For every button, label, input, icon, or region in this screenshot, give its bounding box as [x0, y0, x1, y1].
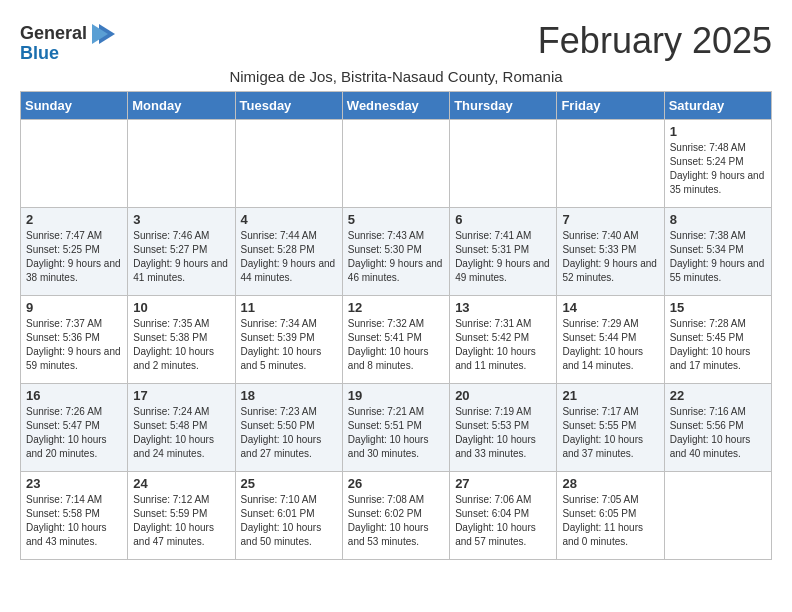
- day-number: 18: [241, 388, 337, 403]
- day-number: 22: [670, 388, 766, 403]
- day-info: Sunrise: 7:14 AM Sunset: 5:58 PM Dayligh…: [26, 493, 122, 549]
- calendar-cell: 8Sunrise: 7:38 AM Sunset: 5:34 PM Daylig…: [664, 207, 771, 295]
- calendar-cell: 13Sunrise: 7:31 AM Sunset: 5:42 PM Dayli…: [450, 295, 557, 383]
- day-info: Sunrise: 7:32 AM Sunset: 5:41 PM Dayligh…: [348, 317, 444, 373]
- day-number: 19: [348, 388, 444, 403]
- day-info: Sunrise: 7:43 AM Sunset: 5:30 PM Dayligh…: [348, 229, 444, 285]
- day-info: Sunrise: 7:23 AM Sunset: 5:50 PM Dayligh…: [241, 405, 337, 461]
- weekday-header-sunday: Sunday: [21, 91, 128, 119]
- day-number: 14: [562, 300, 658, 315]
- day-info: Sunrise: 7:08 AM Sunset: 6:02 PM Dayligh…: [348, 493, 444, 549]
- calendar-cell: 9Sunrise: 7:37 AM Sunset: 5:36 PM Daylig…: [21, 295, 128, 383]
- calendar-cell: 6Sunrise: 7:41 AM Sunset: 5:31 PM Daylig…: [450, 207, 557, 295]
- calendar-cell: 20Sunrise: 7:19 AM Sunset: 5:53 PM Dayli…: [450, 383, 557, 471]
- calendar-week-row: 1Sunrise: 7:48 AM Sunset: 5:24 PM Daylig…: [21, 119, 772, 207]
- calendar-cell: [21, 119, 128, 207]
- day-number: 10: [133, 300, 229, 315]
- day-info: Sunrise: 7:21 AM Sunset: 5:51 PM Dayligh…: [348, 405, 444, 461]
- calendar-cell: 19Sunrise: 7:21 AM Sunset: 5:51 PM Dayli…: [342, 383, 449, 471]
- day-number: 13: [455, 300, 551, 315]
- day-number: 25: [241, 476, 337, 491]
- calendar-cell: 3Sunrise: 7:46 AM Sunset: 5:27 PM Daylig…: [128, 207, 235, 295]
- weekday-header-thursday: Thursday: [450, 91, 557, 119]
- calendar-week-row: 16Sunrise: 7:26 AM Sunset: 5:47 PM Dayli…: [21, 383, 772, 471]
- day-info: Sunrise: 7:12 AM Sunset: 5:59 PM Dayligh…: [133, 493, 229, 549]
- day-number: 21: [562, 388, 658, 403]
- day-number: 7: [562, 212, 658, 227]
- day-number: 9: [26, 300, 122, 315]
- calendar-cell: 5Sunrise: 7:43 AM Sunset: 5:30 PM Daylig…: [342, 207, 449, 295]
- calendar-cell: 23Sunrise: 7:14 AM Sunset: 5:58 PM Dayli…: [21, 471, 128, 559]
- day-number: 5: [348, 212, 444, 227]
- calendar-cell: 15Sunrise: 7:28 AM Sunset: 5:45 PM Dayli…: [664, 295, 771, 383]
- day-number: 28: [562, 476, 658, 491]
- day-number: 20: [455, 388, 551, 403]
- weekday-header-row: SundayMondayTuesdayWednesdayThursdayFrid…: [21, 91, 772, 119]
- calendar-table: SundayMondayTuesdayWednesdayThursdayFrid…: [20, 91, 772, 560]
- day-number: 23: [26, 476, 122, 491]
- weekday-header-saturday: Saturday: [664, 91, 771, 119]
- day-info: Sunrise: 7:40 AM Sunset: 5:33 PM Dayligh…: [562, 229, 658, 285]
- day-number: 2: [26, 212, 122, 227]
- location-title: Nimigea de Jos, Bistrita-Nasaud County, …: [20, 68, 772, 85]
- calendar-cell: 10Sunrise: 7:35 AM Sunset: 5:38 PM Dayli…: [128, 295, 235, 383]
- day-info: Sunrise: 7:46 AM Sunset: 5:27 PM Dayligh…: [133, 229, 229, 285]
- day-info: Sunrise: 7:41 AM Sunset: 5:31 PM Dayligh…: [455, 229, 551, 285]
- day-number: 1: [670, 124, 766, 139]
- calendar-cell: 22Sunrise: 7:16 AM Sunset: 5:56 PM Dayli…: [664, 383, 771, 471]
- day-number: 26: [348, 476, 444, 491]
- calendar-cell: 26Sunrise: 7:08 AM Sunset: 6:02 PM Dayli…: [342, 471, 449, 559]
- calendar-cell: 17Sunrise: 7:24 AM Sunset: 5:48 PM Dayli…: [128, 383, 235, 471]
- calendar-cell: [235, 119, 342, 207]
- weekday-header-friday: Friday: [557, 91, 664, 119]
- calendar-cell: [450, 119, 557, 207]
- day-info: Sunrise: 7:47 AM Sunset: 5:25 PM Dayligh…: [26, 229, 122, 285]
- day-info: Sunrise: 7:31 AM Sunset: 5:42 PM Dayligh…: [455, 317, 551, 373]
- calendar-week-row: 2Sunrise: 7:47 AM Sunset: 5:25 PM Daylig…: [21, 207, 772, 295]
- calendar-cell: 27Sunrise: 7:06 AM Sunset: 6:04 PM Dayli…: [450, 471, 557, 559]
- day-info: Sunrise: 7:06 AM Sunset: 6:04 PM Dayligh…: [455, 493, 551, 549]
- day-number: 6: [455, 212, 551, 227]
- calendar-cell: 11Sunrise: 7:34 AM Sunset: 5:39 PM Dayli…: [235, 295, 342, 383]
- calendar-week-row: 9Sunrise: 7:37 AM Sunset: 5:36 PM Daylig…: [21, 295, 772, 383]
- day-info: Sunrise: 7:10 AM Sunset: 6:01 PM Dayligh…: [241, 493, 337, 549]
- calendar-cell: [664, 471, 771, 559]
- day-number: 27: [455, 476, 551, 491]
- calendar-cell: 1Sunrise: 7:48 AM Sunset: 5:24 PM Daylig…: [664, 119, 771, 207]
- calendar-cell: 2Sunrise: 7:47 AM Sunset: 5:25 PM Daylig…: [21, 207, 128, 295]
- day-number: 17: [133, 388, 229, 403]
- calendar-cell: 16Sunrise: 7:26 AM Sunset: 5:47 PM Dayli…: [21, 383, 128, 471]
- day-number: 15: [670, 300, 766, 315]
- calendar-cell: 7Sunrise: 7:40 AM Sunset: 5:33 PM Daylig…: [557, 207, 664, 295]
- day-number: 16: [26, 388, 122, 403]
- day-info: Sunrise: 7:29 AM Sunset: 5:44 PM Dayligh…: [562, 317, 658, 373]
- logo: General Blue: [20, 20, 117, 64]
- day-info: Sunrise: 7:48 AM Sunset: 5:24 PM Dayligh…: [670, 141, 766, 197]
- day-info: Sunrise: 7:24 AM Sunset: 5:48 PM Dayligh…: [133, 405, 229, 461]
- day-info: Sunrise: 7:28 AM Sunset: 5:45 PM Dayligh…: [670, 317, 766, 373]
- logo-blue-text: Blue: [20, 44, 117, 64]
- header: General Blue February 2025: [20, 20, 772, 64]
- calendar-cell: 24Sunrise: 7:12 AM Sunset: 5:59 PM Dayli…: [128, 471, 235, 559]
- weekday-header-wednesday: Wednesday: [342, 91, 449, 119]
- day-info: Sunrise: 7:05 AM Sunset: 6:05 PM Dayligh…: [562, 493, 658, 549]
- day-info: Sunrise: 7:37 AM Sunset: 5:36 PM Dayligh…: [26, 317, 122, 373]
- calendar-cell: 12Sunrise: 7:32 AM Sunset: 5:41 PM Dayli…: [342, 295, 449, 383]
- day-info: Sunrise: 7:34 AM Sunset: 5:39 PM Dayligh…: [241, 317, 337, 373]
- logo-general-text: General: [20, 24, 87, 44]
- calendar-cell: [128, 119, 235, 207]
- day-info: Sunrise: 7:35 AM Sunset: 5:38 PM Dayligh…: [133, 317, 229, 373]
- day-number: 24: [133, 476, 229, 491]
- day-info: Sunrise: 7:38 AM Sunset: 5:34 PM Dayligh…: [670, 229, 766, 285]
- day-info: Sunrise: 7:19 AM Sunset: 5:53 PM Dayligh…: [455, 405, 551, 461]
- calendar-cell: 4Sunrise: 7:44 AM Sunset: 5:28 PM Daylig…: [235, 207, 342, 295]
- calendar-cell: 28Sunrise: 7:05 AM Sunset: 6:05 PM Dayli…: [557, 471, 664, 559]
- day-info: Sunrise: 7:16 AM Sunset: 5:56 PM Dayligh…: [670, 405, 766, 461]
- day-number: 12: [348, 300, 444, 315]
- day-info: Sunrise: 7:26 AM Sunset: 5:47 PM Dayligh…: [26, 405, 122, 461]
- day-number: 4: [241, 212, 337, 227]
- day-number: 3: [133, 212, 229, 227]
- weekday-header-monday: Monday: [128, 91, 235, 119]
- day-info: Sunrise: 7:44 AM Sunset: 5:28 PM Dayligh…: [241, 229, 337, 285]
- calendar-cell: 25Sunrise: 7:10 AM Sunset: 6:01 PM Dayli…: [235, 471, 342, 559]
